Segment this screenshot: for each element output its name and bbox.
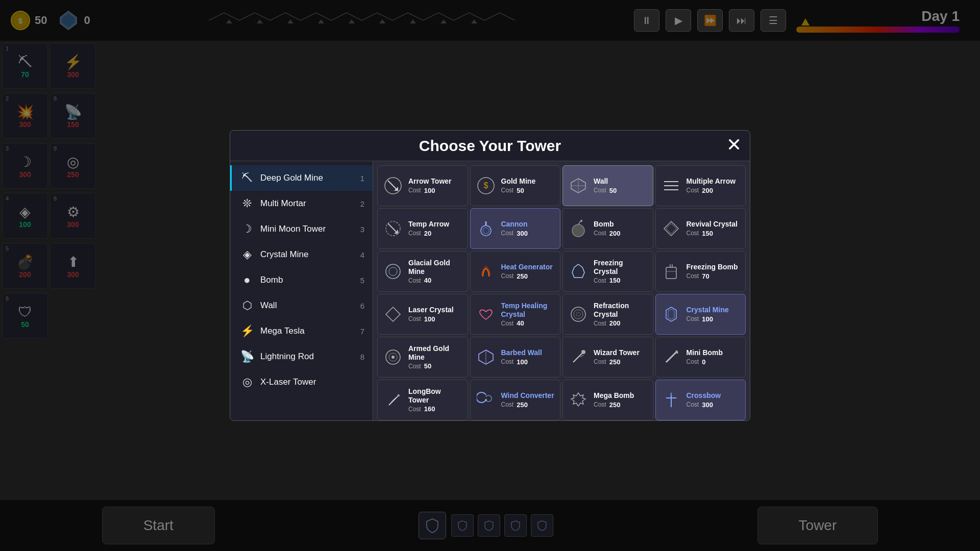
wall-icon: ⬡ bbox=[240, 299, 254, 312]
grid-wizard-tower[interactable]: Wizard Tower Cost 250 bbox=[562, 337, 653, 378]
multi-mortar-icon: ❊ bbox=[240, 197, 254, 210]
freezing-bomb-icon bbox=[661, 261, 681, 282]
grid-wind-converter[interactable]: Wind Converter Cost 250 bbox=[470, 380, 561, 420]
grid-crossbow[interactable]: Crossbow Cost 300 bbox=[655, 380, 746, 420]
mini-bomb-icon bbox=[661, 347, 681, 367]
heat-generator-icon bbox=[476, 261, 496, 282]
arrow-tower-icon bbox=[383, 176, 403, 196]
modal-overlay: Choose Your Tower ✕ ⛏ Deep Gold Mine 1 ❊… bbox=[0, 0, 980, 551]
grid-mega-bomb[interactable]: Mega Bomb Cost 250 bbox=[562, 380, 653, 420]
svg-marker-56 bbox=[397, 394, 400, 397]
svg-point-41 bbox=[571, 307, 585, 321]
svg-point-58 bbox=[485, 399, 487, 401]
grid-longbow-tower[interactable]: LongBow Tower Cost 160 bbox=[377, 380, 468, 420]
bomb-icon: ● bbox=[240, 273, 254, 287]
list-item-wall[interactable]: ⬡ Wall 6 bbox=[230, 293, 373, 318]
grid-wall[interactable]: Wall Cost 50 bbox=[562, 165, 653, 206]
list-item-x-laser-tower[interactable]: ◎ X-Laser Tower bbox=[230, 369, 373, 395]
glacial-gold-mine-icon bbox=[383, 261, 403, 282]
grid-temp-healing-crystal[interactable]: Temp Healing Crystal Cost 40 bbox=[470, 294, 561, 335]
list-item-mini-moon-tower[interactable]: ☽ Mini Moon Tower 3 bbox=[230, 216, 373, 242]
svg-point-51 bbox=[581, 350, 585, 354]
x-laser-tower-icon: ◎ bbox=[240, 375, 254, 389]
mega-tesla-icon: ⚡ bbox=[240, 324, 254, 338]
grid-glacial-gold-mine[interactable]: Glacial Gold Mine Cost 40 bbox=[377, 251, 468, 292]
refraction-crystal-icon bbox=[568, 304, 589, 324]
lightning-rod-icon: 📡 bbox=[240, 350, 254, 363]
modal-title-bar: Choose Your Tower ✕ bbox=[230, 131, 750, 161]
svg-line-55 bbox=[389, 396, 398, 405]
laser-crystal-icon bbox=[383, 304, 403, 324]
wind-converter-icon bbox=[476, 390, 496, 410]
list-item-label: Bomb bbox=[260, 275, 354, 285]
svg-line-52 bbox=[580, 355, 583, 357]
wizard-tower-icon bbox=[568, 347, 589, 367]
modal-title-text: Choose Your Tower bbox=[419, 137, 561, 155]
list-item-label: Multi Mortar bbox=[260, 198, 354, 209]
grid-armed-gold-mine[interactable]: Armed Gold Mine Cost 50 bbox=[377, 337, 468, 378]
svg-marker-61 bbox=[670, 393, 672, 396]
grid-bomb[interactable]: Bomb Cost 200 bbox=[562, 208, 653, 249]
svg-point-42 bbox=[574, 310, 583, 319]
temp-arrow-icon bbox=[383, 218, 403, 239]
svg-line-50 bbox=[573, 352, 583, 362]
modal-close-button[interactable]: ✕ bbox=[726, 136, 742, 154]
crossbow-icon bbox=[661, 390, 681, 410]
svg-point-28 bbox=[572, 224, 584, 237]
longbow-tower-icon bbox=[383, 390, 403, 410]
temp-healing-crystal-icon bbox=[476, 304, 496, 324]
grid-refraction-crystal[interactable]: Refraction Crystal Cost 200 bbox=[562, 294, 653, 335]
crystal-mine-grid-icon bbox=[661, 304, 681, 324]
tower-grid: Arrow Tower Cost 100 $ Gold Mine bbox=[373, 161, 750, 420]
freezing-crystal-icon bbox=[568, 261, 589, 282]
armed-gold-mine-icon bbox=[383, 347, 403, 367]
svg-point-34 bbox=[389, 267, 397, 276]
grid-barbed-wall[interactable]: Barbed Wall Cost 100 bbox=[470, 337, 561, 378]
svg-point-25 bbox=[481, 226, 491, 236]
tower-list: ⛏ Deep Gold Mine 1 ❊ Multi Mortar 2 ☽ Mi… bbox=[230, 161, 373, 420]
list-item-bomb[interactable]: ● Bomb 5 bbox=[230, 267, 373, 293]
svg-point-26 bbox=[483, 228, 489, 234]
grid-freezing-crystal[interactable]: Freezing Crystal Cost 150 bbox=[562, 251, 653, 292]
grid-arrow-tower[interactable]: Arrow Tower Cost 100 bbox=[377, 165, 468, 206]
list-item-label: Wall bbox=[260, 300, 354, 311]
svg-point-43 bbox=[576, 312, 580, 316]
tower-selection-modal: Choose Your Tower ✕ ⛏ Deep Gold Mine 1 ❊… bbox=[230, 130, 750, 421]
svg-point-33 bbox=[386, 264, 400, 279]
grid-heat-generator[interactable]: Heat Generator Cost 250 bbox=[470, 251, 561, 292]
list-item-lightning-rod[interactable]: 📡 Lightning Rod 8 bbox=[230, 344, 373, 369]
grid-gold-mine[interactable]: $ Gold Mine Cost 50 bbox=[470, 165, 561, 206]
list-item-mega-tesla[interactable]: ⚡ Mega Tesla 7 bbox=[230, 318, 373, 344]
grid-crystal-mine[interactable]: Crystal Mine Cost 100 bbox=[655, 294, 746, 335]
svg-point-48 bbox=[391, 356, 395, 359]
grid-freezing-bomb[interactable]: Freezing Bomb Cost 70 bbox=[655, 251, 746, 292]
grid-mini-bomb[interactable]: Mini Bomb Cost 0 bbox=[655, 337, 746, 378]
crystal-mine-icon: ◈ bbox=[240, 248, 254, 261]
grid-laser-crystal[interactable]: Laser Crystal Cost 100 bbox=[377, 294, 468, 335]
list-item-label: Mini Moon Tower bbox=[260, 224, 354, 234]
list-item-multi-mortar[interactable]: ❊ Multi Mortar 2 bbox=[230, 191, 373, 216]
grid-temp-arrow[interactable]: Temp Arrow Cost 20 bbox=[377, 208, 468, 249]
list-item-label: Crystal Mine bbox=[260, 249, 354, 260]
mega-bomb-icon bbox=[568, 390, 589, 410]
modal-body: ⛏ Deep Gold Mine 1 ❊ Multi Mortar 2 ☽ Mi… bbox=[230, 161, 750, 420]
svg-marker-35 bbox=[572, 264, 584, 278]
bomb-grid-icon bbox=[568, 218, 589, 239]
grid-revival-crystal[interactable]: Revival Crystal Cost 150 bbox=[655, 208, 746, 249]
svg-rect-36 bbox=[666, 267, 676, 279]
mini-moon-tower-icon: ☽ bbox=[240, 222, 254, 236]
grid-multiple-arrow[interactable]: Multiple Arrow Cost 200 bbox=[655, 165, 746, 206]
deep-gold-mine-icon: ⛏ bbox=[240, 171, 254, 185]
list-item-deep-gold-mine[interactable]: ⛏ Deep Gold Mine 1 bbox=[230, 165, 373, 191]
grid-cannon[interactable]: Cannon Cost 300 bbox=[470, 208, 561, 249]
svg-line-53 bbox=[666, 352, 676, 362]
svg-marker-45 bbox=[668, 309, 674, 319]
svg-text:$: $ bbox=[483, 181, 488, 190]
list-item-crystal-mine[interactable]: ◈ Crystal Mine 4 bbox=[230, 242, 373, 267]
cannon-icon bbox=[476, 218, 496, 239]
wall-grid-icon bbox=[568, 176, 589, 196]
barbed-wall-icon bbox=[476, 347, 496, 367]
revival-crystal-icon bbox=[661, 218, 681, 239]
list-item-label: Deep Gold Mine bbox=[260, 173, 354, 183]
list-item-label: X-Laser Tower bbox=[260, 377, 358, 387]
